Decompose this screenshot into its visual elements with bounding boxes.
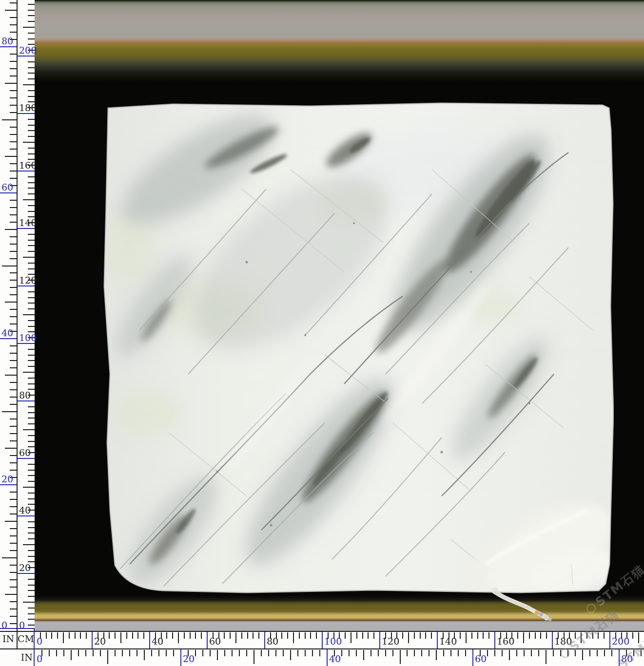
cm-minor-tick	[28, 211, 35, 212]
cm-major-line	[264, 632, 265, 648]
in-mid-tick	[144, 650, 145, 660]
in-mid-tick	[5, 156, 17, 157]
cm-major-line	[18, 458, 35, 459]
cm-minor-tick	[540, 632, 541, 639]
ruler-zero-line	[34, 629, 35, 666]
cm-mid-tick	[466, 632, 467, 643]
in-major-line	[0, 484, 17, 485]
in-minor-tick	[516, 650, 517, 656]
in-minor-tick	[10, 455, 17, 456]
in-minor-tick	[10, 499, 17, 500]
in-minor-tick	[356, 650, 357, 656]
in-minor-tick	[10, 112, 17, 113]
cm-minor-tick	[402, 632, 403, 639]
cm-minor-tick	[425, 632, 426, 639]
cm-minor-tick	[28, 268, 35, 269]
in-minor-tick	[10, 572, 17, 573]
ruler-label: 0	[37, 636, 42, 646]
in-minor-tick	[246, 650, 247, 656]
cm-minor-tick	[28, 90, 35, 91]
in-minor-tick	[195, 650, 196, 656]
in-mid-tick	[5, 10, 17, 11]
cm-minor-tick	[46, 632, 47, 639]
in-minor-tick	[10, 149, 17, 150]
cm-minor-tick	[201, 632, 202, 639]
cm-minor-tick	[28, 193, 35, 194]
in-mid-tick	[582, 650, 583, 660]
in-mid-tick	[71, 650, 72, 660]
cm-mid-tick	[351, 632, 351, 643]
in-minor-tick	[56, 650, 57, 656]
in-minor-tick	[10, 360, 17, 361]
cm-minor-tick	[28, 366, 35, 367]
ruler-label: 120	[382, 636, 399, 646]
cm-minor-tick	[483, 632, 484, 639]
in-minor-tick	[494, 650, 495, 656]
in-minor-tick	[538, 650, 539, 656]
cm-minor-tick	[28, 245, 35, 246]
in-mid-tick	[217, 650, 218, 660]
cm-major-line	[609, 632, 610, 648]
in-minor-tick	[553, 650, 554, 656]
in-minor-tick	[524, 650, 525, 656]
cm-minor-tick	[28, 130, 35, 131]
in-minor-tick	[10, 426, 17, 427]
in-minor-tick	[10, 54, 17, 55]
in-minor-tick	[371, 650, 371, 656]
cm-minor-tick	[51, 632, 52, 639]
in-minor-tick	[10, 528, 17, 529]
in-minor-tick	[611, 650, 612, 656]
cm-mid-tick	[23, 314, 35, 315]
cm-major-line	[18, 228, 35, 229]
cm-minor-tick	[28, 556, 35, 557]
in-minor-tick	[166, 650, 167, 656]
cm-mid-tick	[23, 487, 35, 488]
in-major-line	[472, 649, 473, 666]
in-minor-tick	[450, 650, 451, 656]
cm-minor-tick	[28, 533, 35, 533]
in-mid-tick	[363, 650, 364, 660]
corner-unit-inch-row2: IN	[18, 652, 33, 663]
marble-slab-image	[100, 101, 614, 595]
cm-major-line	[149, 632, 150, 648]
in-minor-tick	[10, 214, 17, 215]
in-minor-tick	[604, 650, 605, 656]
in-minor-tick	[443, 650, 444, 656]
ruler-row-divider	[0, 648, 644, 649]
cm-minor-tick	[28, 33, 35, 34]
in-minor-tick	[10, 323, 17, 324]
cm-mid-tick	[408, 632, 409, 643]
ruler-label: 200	[19, 45, 37, 55]
in-minor-tick	[10, 440, 17, 441]
ruler-label: 180	[19, 103, 37, 113]
cm-minor-tick	[28, 308, 35, 309]
in-mid-tick	[290, 650, 291, 660]
ruler-label: 140	[19, 218, 37, 228]
cm-minor-tick	[115, 632, 116, 639]
ruler-label: 40	[152, 636, 163, 646]
in-minor-tick	[305, 650, 306, 656]
ruler-label: 60	[209, 636, 221, 646]
in-minor-tick	[122, 650, 123, 656]
cm-minor-tick	[356, 632, 357, 639]
in-minor-tick	[151, 650, 152, 656]
cm-major-line	[494, 632, 495, 648]
cm-minor-tick	[28, 291, 35, 292]
cm-major-line	[18, 343, 35, 344]
cm-minor-tick	[28, 493, 35, 494]
cm-minor-tick	[28, 475, 35, 476]
in-minor-tick	[10, 244, 17, 245]
cm-minor-tick	[373, 632, 374, 639]
cm-major-line	[18, 56, 35, 57]
cm-minor-tick	[28, 378, 35, 379]
in-minor-tick	[268, 650, 269, 656]
in-minor-tick	[129, 650, 130, 656]
in-minor-tick	[10, 258, 17, 259]
ruler-label: 80	[19, 390, 31, 400]
cm-minor-tick	[362, 632, 363, 639]
cm-minor-tick	[28, 596, 35, 597]
ruler-label: 60	[1, 182, 13, 192]
cm-major-line	[322, 632, 323, 648]
cm-minor-tick	[230, 632, 231, 639]
ruler-label: 40	[329, 654, 341, 664]
